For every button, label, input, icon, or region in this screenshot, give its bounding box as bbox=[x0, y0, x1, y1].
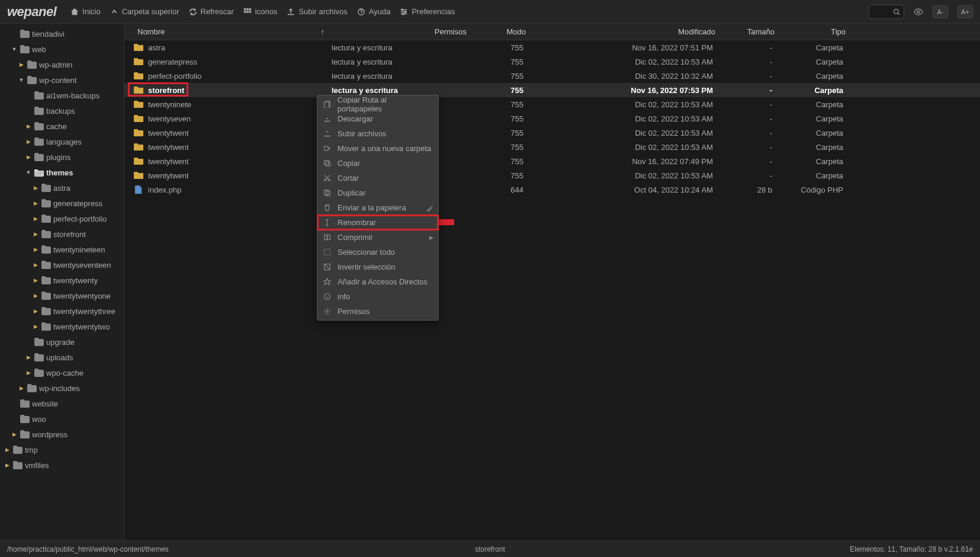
file-type: Carpeta bbox=[782, 171, 853, 180]
folder-icon bbox=[34, 168, 44, 177]
status-path: /home/practica/public_html/web/wp-conten… bbox=[7, 545, 329, 553]
tree-item-wordpress[interactable]: ▶wordpress bbox=[0, 427, 124, 442]
refresh-button[interactable]: Refrescar bbox=[189, 7, 234, 16]
tree-item-ai1wm-backups[interactable]: ai1wm-backups bbox=[0, 88, 124, 103]
file-row[interactable]: twentyninetelectura y escritura755Dic 02… bbox=[124, 97, 980, 111]
ctx-copy[interactable]: Copiar bbox=[317, 156, 438, 171]
tree-item-twentytwentytwo[interactable]: ▶twentytwentytwo bbox=[0, 319, 124, 334]
font-increase-button[interactable]: A+ bbox=[957, 5, 973, 18]
tree-item-tmp[interactable]: ▶tmp bbox=[0, 442, 124, 457]
file-row[interactable]: twentytwentlectura y escritura755Nov 16,… bbox=[124, 154, 980, 168]
search-input[interactable] bbox=[869, 5, 904, 19]
tree-label: woo bbox=[32, 415, 46, 424]
file-row[interactable]: twentytwentlectura y escritura755Dic 02,… bbox=[124, 126, 980, 140]
ctx-upload[interactable]: Subir archivos bbox=[317, 126, 438, 141]
tree-item-twentytwentyone[interactable]: ▶twentytwentyone bbox=[0, 288, 124, 303]
parent-folder-button[interactable]: Carpeta superior bbox=[110, 7, 179, 16]
ctx-info[interactable]: info bbox=[317, 289, 438, 304]
tree-item-plugins[interactable]: ▶plugins bbox=[0, 149, 124, 165]
ctx-select-all[interactable]: Seleccionar todo bbox=[317, 245, 438, 260]
svg-point-18 bbox=[328, 179, 330, 181]
ctx-move[interactable]: Mover a una nueva carpeta bbox=[317, 141, 438, 156]
tree-item-uploads[interactable]: ▶uploads bbox=[0, 350, 124, 365]
file-mode: 644 bbox=[474, 185, 533, 194]
file-row[interactable]: twentysevenlectura y escritura755Dic 02,… bbox=[124, 111, 980, 126]
ctx-download[interactable]: Descargar bbox=[317, 111, 438, 126]
info-icon bbox=[323, 293, 332, 300]
table-header: Nombre ↑ Permisos Modo Modificado Tamaño… bbox=[124, 24, 980, 40]
tree-item-cache[interactable]: ▶cache bbox=[0, 119, 124, 134]
file-size: - bbox=[722, 72, 782, 81]
tree-item-perfect-portfolio[interactable]: ▶perfect-portfolio bbox=[0, 211, 124, 226]
file-size: - bbox=[722, 157, 782, 166]
svg-rect-4 bbox=[246, 11, 249, 13]
ctx-star[interactable]: Añadir a Accesos Directos bbox=[317, 274, 438, 289]
column-size[interactable]: Tamaño bbox=[747, 27, 775, 36]
tree-item-wpo-cache[interactable]: ▶wpo-cache bbox=[0, 365, 124, 380]
ctx-cut[interactable]: Cortar bbox=[317, 171, 438, 185]
ctx-duplicate[interactable]: Duplicar bbox=[317, 185, 438, 200]
column-type[interactable]: Tipo bbox=[831, 27, 846, 36]
file-row[interactable]: storefrontlectura y escritura755Nov 16, … bbox=[124, 83, 980, 97]
tree-item-languages[interactable]: ▶languages bbox=[0, 134, 124, 149]
file-size: 28 b bbox=[722, 185, 782, 194]
file-row[interactable]: index.phplectura y escritura644Oct 04, 2… bbox=[124, 183, 980, 197]
tree-item-vmfiles[interactable]: ▶vmfiles bbox=[0, 457, 124, 473]
folder-icon bbox=[134, 171, 143, 180]
tree-item-astra[interactable]: ▶astra bbox=[0, 180, 124, 196]
tree-item-generatepress[interactable]: ▶generatepress bbox=[0, 196, 124, 211]
file-row[interactable]: perfect-portfoliolectura y escritura755D… bbox=[124, 69, 980, 83]
column-modified[interactable]: Modificado bbox=[678, 27, 715, 36]
folder-tree-sidebar[interactable]: tiendadivi▼web▶wp-admin▼wp-content ai1wm… bbox=[0, 24, 124, 540]
caret-down-icon: ▼ bbox=[25, 169, 32, 175]
folder-icon bbox=[41, 215, 51, 223]
file-modified: Dic 30, 2022 10:32 AM bbox=[533, 72, 722, 81]
column-mode[interactable]: Modo bbox=[506, 27, 526, 36]
column-permissions[interactable]: Permisos bbox=[435, 27, 467, 36]
ctx-gear[interactable]: Permisos bbox=[317, 304, 438, 319]
home-button[interactable]: Inicio bbox=[70, 7, 100, 16]
file-modified: Nov 16, 2022 07:49 PM bbox=[533, 157, 722, 166]
file-row[interactable]: twentytwentlectura y escritura755Dic 02,… bbox=[124, 168, 980, 183]
caret-right-icon: ▶ bbox=[25, 354, 32, 360]
file-row[interactable]: twentytwentlectura y escritura755Dic 02,… bbox=[124, 140, 980, 154]
folder-icon bbox=[134, 72, 143, 80]
tree-item-storefront[interactable]: ▶storefront bbox=[0, 226, 124, 242]
status-info: Elementos: 11, Tamaño: 28 b v.2.1.61e bbox=[651, 545, 973, 553]
file-row[interactable]: astralectura y escritura755Nov 16, 2022 … bbox=[124, 40, 980, 55]
caret-right-icon: ▶ bbox=[32, 200, 39, 206]
file-row[interactable]: generatepresslectura y escritura755Dic 0… bbox=[124, 55, 980, 69]
icons-button[interactable]: iconos bbox=[243, 7, 278, 16]
column-name[interactable]: Nombre bbox=[137, 27, 165, 36]
preferences-button[interactable]: Preferencias bbox=[400, 7, 455, 16]
tree-item-wp-includes[interactable]: ▶wp-includes bbox=[0, 380, 124, 396]
tree-item-twentytwenty[interactable]: ▶twentytwenty bbox=[0, 273, 124, 288]
ctx-clipboard[interactable]: Copiar Ruta al portapapeles bbox=[317, 97, 438, 111]
tree-item-woo[interactable]: woo bbox=[0, 411, 124, 427]
tree-item-upgrade[interactable]: upgrade bbox=[0, 334, 124, 350]
ctx-compress[interactable]: Comprimir▶ bbox=[317, 230, 438, 245]
upload-button[interactable]: Subir archivos bbox=[287, 7, 347, 16]
tree-item-themes[interactable]: ▼themes bbox=[0, 165, 124, 180]
tree-item-tiendadivi[interactable]: tiendadivi bbox=[0, 26, 124, 41]
font-decrease-button[interactable]: A- bbox=[933, 5, 948, 18]
tree-item-twentytwentythree[interactable]: ▶twentytwentythree bbox=[0, 303, 124, 319]
sort-asc-icon[interactable]: ↑ bbox=[321, 27, 325, 36]
tree-item-website[interactable]: website bbox=[0, 396, 124, 411]
tree-item-twentynineteen[interactable]: ▶twentynineteen bbox=[0, 242, 124, 257]
svg-point-11 bbox=[917, 11, 920, 13]
folder-icon bbox=[134, 86, 143, 94]
tree-item-wp-admin[interactable]: ▶wp-admin bbox=[0, 57, 124, 72]
visibility-toggle[interactable] bbox=[914, 7, 923, 17]
ctx-invert[interactable]: Invertir selección bbox=[317, 260, 438, 274]
help-button[interactable]: Ayuda bbox=[357, 7, 391, 16]
tree-item-twentyseventeen[interactable]: ▶twentyseventeen bbox=[0, 257, 124, 273]
ctx-trash[interactable]: Enviar a la papelera bbox=[317, 200, 438, 215]
file-mode: 755 bbox=[474, 157, 533, 166]
tree-label: twentytwenty bbox=[53, 276, 98, 285]
svg-point-17 bbox=[324, 179, 326, 181]
tree-item-web[interactable]: ▼web bbox=[0, 41, 124, 57]
ctx-rename[interactable]: Renombrar bbox=[317, 215, 438, 230]
tree-item-wp-content[interactable]: ▼wp-content bbox=[0, 72, 124, 88]
tree-item-backups[interactable]: backups bbox=[0, 103, 124, 119]
